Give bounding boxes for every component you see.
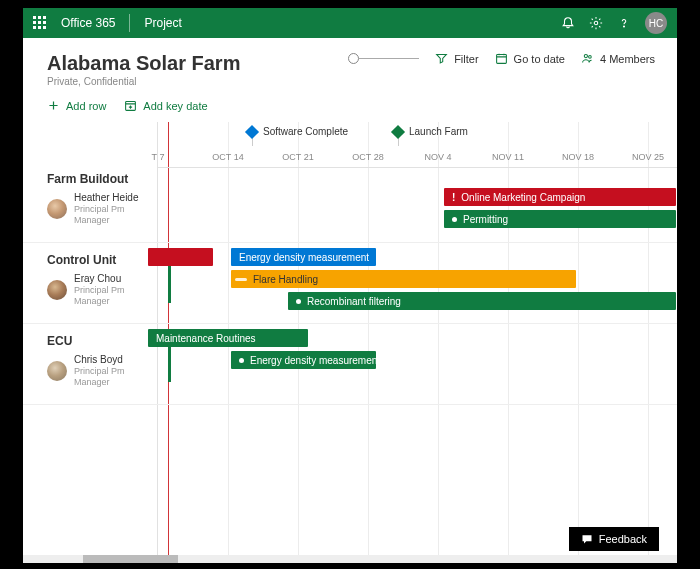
person-role: Principal Pm Manager: [74, 204, 148, 226]
zoom-slider[interactable]: [348, 53, 419, 64]
speech-icon: [581, 533, 593, 545]
svg-point-4: [589, 56, 592, 59]
horizontal-scrollbar[interactable]: [23, 555, 677, 563]
task-label: Energy density measurement: [250, 355, 380, 366]
person-role: Principal Pm Manager: [74, 366, 148, 388]
task-label: Recombinant filtering: [307, 296, 401, 307]
task-bar[interactable]: Maintenance Routines: [148, 329, 308, 347]
add-key-date-button[interactable]: Add key date: [124, 99, 207, 112]
filter-label: Filter: [454, 53, 478, 65]
lane-control-unit: Control Unit Eray Chou Principal Pm Mana…: [23, 243, 677, 324]
task-bar[interactable]: Energy density measurement: [231, 248, 376, 266]
task-label: Maintenance Routines: [156, 333, 256, 344]
task-bar[interactable]: Permitting: [444, 210, 676, 228]
diamond-icon: [391, 124, 405, 138]
task-label: Online Marketing Campaign: [461, 192, 585, 203]
go-to-date-button[interactable]: Go to date: [495, 52, 565, 65]
person-role: Principal Pm Manager: [74, 285, 148, 307]
key-date-icon: [124, 99, 137, 112]
help-icon[interactable]: [617, 16, 631, 30]
axis-tick: OCT 28: [352, 152, 383, 162]
header: Alabama Solar Farm Private, Confidential…: [23, 38, 677, 93]
task-bar[interactable]: Energy density measurement: [231, 351, 376, 369]
titlebar-separator: [129, 14, 130, 32]
feedback-label: Feedback: [599, 533, 647, 545]
axis-tick: OCT 21: [282, 152, 313, 162]
lane-owner[interactable]: Chris Boyd Principal Pm Manager: [47, 354, 148, 388]
lane-name: Control Unit: [47, 253, 148, 267]
svg-point-3: [584, 54, 587, 57]
calendar-icon: [495, 52, 508, 65]
diamond-icon: [245, 124, 259, 138]
filter-button[interactable]: Filter: [435, 52, 478, 65]
milestone-software-complete[interactable]: Software Complete: [247, 126, 348, 137]
axis-tick: NOV 4: [424, 152, 451, 162]
axis-tick: NOV 18: [562, 152, 594, 162]
svg-point-1: [623, 26, 624, 27]
add-row-label: Add row: [66, 100, 106, 112]
waffle-icon[interactable]: [33, 16, 47, 30]
axis-tick: NOV 25: [632, 152, 664, 162]
sliver: [168, 342, 171, 382]
app-label: Project: [144, 16, 181, 30]
titlebar: Office 365 Project HC: [23, 8, 677, 38]
app-window: Office 365 Project HC Alabama Solar Farm…: [23, 8, 677, 561]
task-bar[interactable]: ! Online Marketing Campaign: [444, 188, 676, 206]
milestone-label: Software Complete: [263, 126, 348, 137]
task-bar[interactable]: [148, 248, 213, 266]
avatar: [47, 199, 67, 219]
svg-point-0: [594, 21, 598, 25]
axis-tick: OCT 14: [212, 152, 243, 162]
avatar: [47, 280, 67, 300]
dot-icon: [239, 358, 244, 363]
members-button[interactable]: 4 Members: [581, 52, 655, 65]
filter-icon: [435, 52, 448, 65]
feedback-button[interactable]: Feedback: [569, 527, 659, 551]
milestone-launch-farm[interactable]: Launch Farm: [393, 126, 468, 137]
axis-tick: T 7: [152, 152, 165, 162]
scroll-thumb[interactable]: [83, 555, 178, 563]
axis-tick: NOV 11: [492, 152, 524, 162]
dot-icon: [452, 217, 457, 222]
avatar: [47, 361, 67, 381]
lane-name: Farm Buildout: [47, 172, 148, 186]
dot-icon: [296, 299, 301, 304]
lane-owner[interactable]: Eray Chou Principal Pm Manager: [47, 273, 148, 307]
lane-farm-buildout: Farm Buildout Heather Heide Principal Pm…: [23, 162, 677, 243]
svg-rect-2: [496, 54, 506, 63]
milestone-label: Launch Farm: [409, 126, 468, 137]
members-icon: [581, 52, 594, 65]
add-key-date-label: Add key date: [143, 100, 207, 112]
toolbar: Add row Add key date: [23, 93, 677, 122]
task-bar[interactable]: Flare Handling: [231, 270, 576, 288]
user-avatar[interactable]: HC: [645, 12, 667, 34]
suite-label: Office 365: [61, 16, 115, 30]
person-name: Heather Heide: [74, 192, 148, 204]
lane-ecu: ECU Chris Boyd Principal Pm Manager Main…: [23, 324, 677, 405]
sliver: [168, 263, 171, 303]
plus-icon: [47, 99, 60, 112]
lane-name: ECU: [47, 334, 148, 348]
members-label: 4 Members: [600, 53, 655, 65]
lane-owner[interactable]: Heather Heide Principal Pm Manager: [47, 192, 148, 226]
go-to-date-label: Go to date: [514, 53, 565, 65]
task-bar[interactable]: Recombinant filtering: [288, 292, 676, 310]
gear-icon[interactable]: [589, 16, 603, 30]
person-name: Chris Boyd: [74, 354, 148, 366]
alert-icon: !: [452, 192, 455, 203]
person-name: Eray Chou: [74, 273, 148, 285]
page-title: Alabama Solar Farm: [47, 52, 240, 75]
task-label: Permitting: [463, 214, 508, 225]
page-subtitle: Private, Confidential: [47, 76, 240, 87]
add-row-button[interactable]: Add row: [47, 99, 106, 112]
progress-icon: [235, 278, 247, 281]
task-label: Energy density measurement: [239, 252, 369, 263]
bell-icon[interactable]: [561, 16, 575, 30]
task-label: Flare Handling: [253, 274, 318, 285]
